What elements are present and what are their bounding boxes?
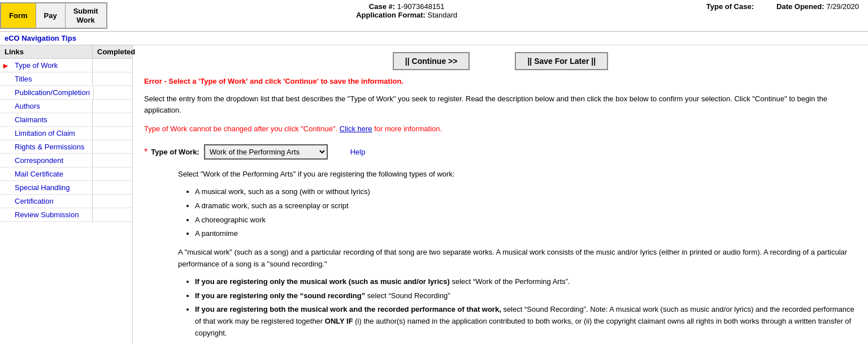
save-for-later-button[interactable]: || Save For Later || (515, 52, 608, 70)
warning-after-link: for more information. (374, 124, 442, 133)
sidebar-completed-review-submission (93, 213, 132, 217)
list-item-musical-only: If you are registering only the musical … (195, 276, 857, 288)
sidebar-header: Links Completed (0, 45, 132, 59)
sidebar-link-titles[interactable]: Titles (11, 72, 93, 85)
sidebar-completed-authors (93, 104, 132, 109)
sidebar: Links Completed ► Type of Work Titles Pu… (0, 45, 133, 344)
sidebar-completed-mail-certificate (93, 172, 132, 177)
required-star-icon: * (144, 147, 147, 157)
type-of-work-select[interactable]: Work of the Performing Arts Literary Wor… (204, 144, 328, 160)
toolbar-button-group: Form Pay Submit Work (0, 2, 107, 29)
sidebar-completed-publication (94, 91, 132, 95)
sidebar-item-limitation-of-claim[interactable]: Limitation of Claim (0, 127, 132, 140)
musical-work-paragraph: A "musical work" (such as a song) and a … (178, 247, 857, 270)
sidebar-completed-header: Completed (93, 45, 132, 58)
sidebar-item-correspondent[interactable]: Correspondent (0, 154, 132, 167)
list-item-sound-recording-only: If you are registering only the “sound r… (195, 290, 857, 302)
content-area: || Continue >> || Save For Later || Erro… (133, 45, 868, 344)
sidebar-link-claimants[interactable]: Claimants (11, 113, 93, 126)
type-of-work-label: Type of Work: (151, 148, 199, 156)
sidebar-item-rights-permissions[interactable]: Rights & Permissions (0, 140, 132, 154)
sidebar-item-titles[interactable]: Titles (0, 72, 132, 86)
list-item-both: If you are registering both the musical … (195, 304, 857, 339)
case-number-value: 1-9073648151 (397, 2, 445, 11)
submit-work-button[interactable]: Submit Work (66, 3, 106, 28)
top-header: Form Pay Submit Work Case #: 1-907364815… (0, 0, 868, 32)
date-opened-value: 7/29/2020 (826, 2, 859, 11)
list-item-choreographic: A choreographic work (195, 214, 857, 226)
click-here-link[interactable]: Click here (340, 124, 372, 133)
case-number-row: Case #: 1-9073648151 (107, 2, 706, 11)
eco-navigation-tips-link[interactable]: eCO Navigation Tips (5, 34, 76, 42)
sidebar-item-publication-completion[interactable]: Publication/Completion (0, 86, 132, 100)
action-buttons-row: || Continue >> || Save For Later || (144, 52, 857, 70)
error-message: Error - Select a 'Type of Work' and clic… (144, 77, 857, 85)
sidebar-item-authors[interactable]: Authors (0, 100, 132, 113)
bold-musical-only: If you are registering only the musical … (195, 277, 450, 286)
sidebar-link-authors[interactable]: Authors (11, 100, 93, 113)
type-of-case-label: Type of Case: (706, 2, 754, 11)
case-number-label: Case #: (369, 2, 395, 11)
sidebar-link-rights[interactable]: Rights & Permissions (11, 140, 93, 153)
sidebar-link-limitation[interactable]: Limitation of Claim (11, 127, 93, 140)
sidebar-link-certification[interactable]: Certification (11, 195, 93, 208)
work-types-list: A musical work, such as a song (with or … (195, 186, 857, 240)
pay-button[interactable]: Pay (36, 3, 66, 28)
nav-tips-bar: eCO Navigation Tips (0, 32, 868, 45)
sidebar-completed-claimants (93, 118, 132, 122)
app-format-row: Application Format: Standard (107, 11, 706, 19)
sidebar-completed-titles (93, 77, 132, 81)
sidebar-completed-correspondent (93, 158, 132, 163)
sidebar-completed-special-handling (93, 186, 132, 190)
sidebar-item-certification[interactable]: Certification (0, 195, 132, 208)
sidebar-completed-rights (93, 145, 132, 149)
sidebar-link-special-handling[interactable]: Special Handling (11, 181, 93, 194)
date-opened-label: Date Opened: (776, 2, 824, 11)
date-opened-group: Date Opened: 7/29/2020 (776, 2, 859, 29)
sidebar-link-type-of-work[interactable]: Type of Work (11, 59, 93, 72)
sidebar-link-mail-certificate[interactable]: Mail Certificate (11, 167, 93, 180)
sidebar-completed-limitation (93, 131, 132, 136)
main-layout: Links Completed ► Type of Work Titles Pu… (0, 45, 868, 344)
warning-before-link: Type of Work cannot be changed after you… (144, 124, 337, 133)
warning-text: Type of Work cannot be changed after you… (144, 124, 857, 133)
active-arrow-icon: ► (0, 61, 11, 70)
sidebar-links-header: Links (0, 45, 93, 58)
app-format-value: Standard (428, 11, 458, 19)
work-description-section: Select "Work of the Performing Arts" if … (178, 169, 857, 339)
bold-only-if: ONLY IF (325, 317, 353, 325)
description-text: Select the entry from the dropdown list … (144, 93, 857, 115)
toolbar-buttons: Form Pay Submit Work (0, 2, 107, 29)
sidebar-link-correspondent[interactable]: Correspondent (11, 154, 93, 167)
list-item-dramatic: A dramatic work, such as a screenplay or… (195, 200, 857, 212)
list-item-pantomime: A pantomime (195, 228, 857, 240)
case-info-center: Case #: 1-9073648151 Application Format:… (107, 2, 706, 29)
type-of-case-group: Type of Case: (706, 2, 754, 29)
sidebar-item-review-submission[interactable]: Review Submission (0, 208, 132, 222)
type-of-work-row: * Type of Work: Work of the Performing A… (144, 144, 857, 160)
form-button[interactable]: Form (1, 3, 36, 28)
sidebar-completed-certification (93, 199, 132, 204)
help-link[interactable]: Help (350, 148, 366, 156)
app-format-label: Application Format: (356, 11, 426, 19)
sidebar-link-review-submission[interactable]: Review Submission (11, 208, 93, 221)
registration-options-list: If you are registering only the musical … (195, 276, 857, 339)
sidebar-item-type-of-work[interactable]: ► Type of Work (0, 59, 132, 72)
bold-both: If you are registering both the musical … (195, 305, 501, 313)
case-meta-right: Type of Case: Date Opened: 7/29/2020 (706, 2, 868, 29)
sidebar-item-special-handling[interactable]: Special Handling (0, 181, 132, 195)
list-item-musical: A musical work, such as a song (with or … (195, 186, 857, 198)
sidebar-item-mail-certificate[interactable]: Mail Certificate (0, 167, 132, 181)
work-description-heading: Select "Work of the Performing Arts" if … (178, 169, 857, 180)
continue-button[interactable]: || Continue >> (393, 52, 470, 70)
bold-sound-recording-only: If you are registering only the “sound r… (195, 291, 365, 300)
sidebar-link-publication[interactable]: Publication/Completion (11, 86, 94, 99)
sidebar-item-claimants[interactable]: Claimants (0, 113, 132, 127)
sidebar-completed-type-of-work (93, 63, 132, 68)
